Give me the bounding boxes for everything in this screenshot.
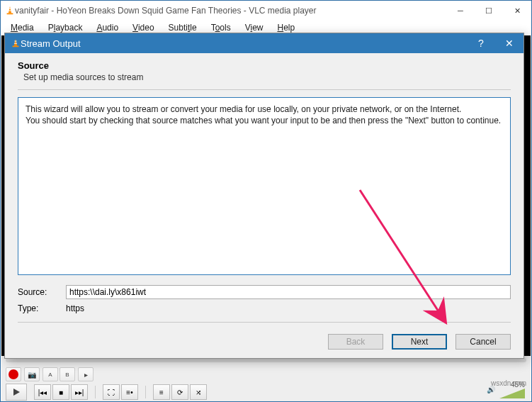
minimize-button[interactable]: ─ — [446, 1, 475, 21]
cancel-button[interactable]: Cancel — [455, 334, 511, 350]
section-subheading: Set up media sources to stream — [18, 72, 511, 82]
divider — [18, 322, 511, 323]
point-a-button[interactable]: A — [43, 367, 58, 381]
fullscreen-button[interactable]: ⛶ — [103, 384, 120, 400]
back-button[interactable]: Back — [328, 334, 383, 350]
next-button[interactable]: Next — [392, 334, 447, 350]
playlist-button[interactable]: ≡ — [153, 384, 170, 400]
type-value: https — [66, 303, 511, 313]
next-button[interactable]: ▸▸| — [71, 384, 88, 400]
shuffle-button[interactable]: ⤨ — [190, 384, 207, 400]
source-input[interactable] — [66, 285, 511, 299]
record-button[interactable] — [6, 367, 21, 381]
dialog-close-button[interactable]: ✕ — [495, 33, 523, 53]
bottom-controls: 📷 A B ▸ |◂◂ ■ ▸▸| ⛶ ≡• ≡ ⟳ ⤨ — [1, 356, 531, 401]
play-button[interactable] — [6, 384, 27, 401]
close-button[interactable]: ✕ — [503, 1, 531, 21]
snapshot-button[interactable]: 📷 — [24, 367, 40, 381]
watermark: wsxdn.com — [491, 379, 526, 387]
svg-rect-5 — [14, 43, 17, 44]
svg-rect-0 — [7, 13, 13, 15]
dialog-help-button[interactable]: ? — [467, 33, 495, 53]
divider — [18, 89, 511, 90]
svg-rect-4 — [14, 41, 16, 42]
frame-step-button[interactable]: ▸ — [78, 367, 94, 381]
wizard-description: This wizard will allow you to stream or … — [18, 97, 511, 275]
loop-button[interactable]: ⟳ — [171, 384, 188, 400]
section-heading: Source — [18, 60, 511, 71]
dialog-titlebar: Stream Output ? ✕ — [5, 33, 523, 53]
type-label: Type: — [18, 303, 60, 313]
maximize-button[interactable]: ☐ — [475, 1, 503, 21]
svg-rect-1 — [9, 9, 11, 9]
point-b-button[interactable]: B — [60, 367, 75, 381]
vlc-cone-icon — [11, 38, 21, 48]
stop-button[interactable]: ■ — [52, 384, 69, 400]
record-icon — [9, 369, 18, 379]
ext-settings-button[interactable]: ≡• — [121, 384, 138, 400]
stream-output-dialog: Stream Output ? ✕ Source Set up media so… — [4, 33, 524, 359]
main-window-title: vanityfair - HoYeon Breaks Down Squid Ga… — [15, 6, 446, 16]
volume-slider[interactable] — [499, 389, 525, 398]
main-titlebar: vanityfair - HoYeon Breaks Down Squid Ga… — [1, 1, 531, 21]
vlc-cone-icon — [5, 6, 15, 16]
svg-rect-3 — [13, 46, 19, 48]
source-label: Source: — [18, 287, 60, 297]
dialog-title: Stream Output — [21, 38, 467, 49]
svg-rect-2 — [9, 11, 11, 11]
prev-button[interactable]: |◂◂ — [34, 384, 51, 400]
